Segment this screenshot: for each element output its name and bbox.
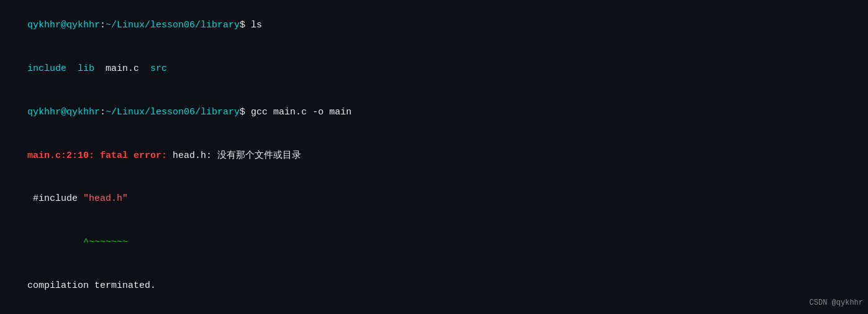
- include-string: "head.h": [83, 193, 128, 204]
- line-error-loc: main.c:2:10: fatal error: head.h: 没有那个文件…: [5, 134, 863, 177]
- prompt-path-2: ~/Linux/lesson06/library: [106, 107, 240, 118]
- caret-indicator: ^~~~~~~~: [27, 237, 128, 247]
- line-compilation: compilation terminated.: [5, 264, 863, 308]
- watermark: CSDN @qykhhr: [810, 297, 863, 309]
- line-1: qykhhr@qykhhr:~/Linux/lesson06/library$ …: [5, 4, 863, 47]
- prompt-user-2: qykhhr@qykhhr: [27, 107, 100, 118]
- line-ls-output1: include lib main.c src: [5, 47, 863, 91]
- error-location: main.c:2:10:: [27, 150, 94, 161]
- prompt-user: qykhhr@qykhhr: [27, 20, 100, 30]
- fatal-error-label: fatal error:: [100, 150, 167, 161]
- line-8: qykhhr@qykhhr:~/Linux/lesson06/library$ …: [5, 307, 863, 314]
- terminal-window: qykhhr@qykhhr:~/Linux/lesson06/library$ …: [5, 4, 863, 314]
- line-caret: ^~~~~~~~: [5, 221, 863, 264]
- ls-item-include: include: [27, 63, 66, 74]
- ls-item-lib: lib: [78, 63, 94, 74]
- ls-item-mainc: main.c: [106, 63, 139, 74]
- ls-item-src: src: [150, 63, 167, 74]
- line-3: qykhhr@qykhhr:~/Linux/lesson06/library$ …: [5, 91, 863, 134]
- prompt-path: ~/Linux/lesson06/library: [106, 20, 240, 30]
- line-include-code: #include "head.h": [5, 177, 863, 221]
